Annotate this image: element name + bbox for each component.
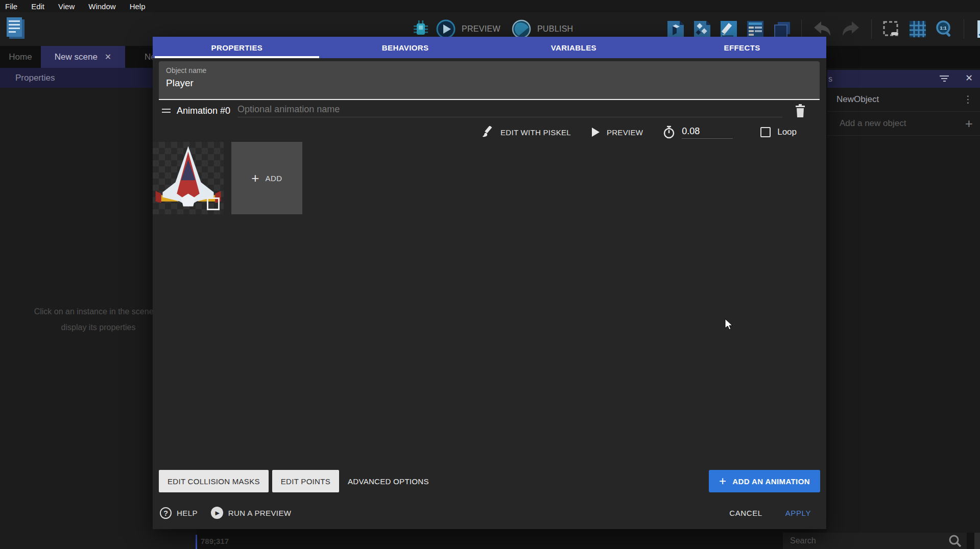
tab-close-icon[interactable]: ✕: [105, 52, 111, 62]
tab-variables[interactable]: VARIABLES: [490, 37, 658, 58]
toolbar-separator: [871, 19, 872, 39]
object-name-label: Object name: [166, 66, 812, 74]
animation-header-row: Animation #0 Optional animation name: [162, 102, 806, 119]
publish-globe-icon[interactable]: [512, 19, 531, 39]
loop-label: Loop: [777, 127, 797, 137]
tab-effects[interactable]: EFFECTS: [658, 37, 826, 58]
apply-button[interactable]: APPLY: [785, 509, 811, 517]
edit-points-button[interactable]: EDIT POINTS: [272, 470, 339, 492]
menu-window[interactable]: Window: [88, 2, 115, 11]
preview-label[interactable]: PREVIEW: [462, 24, 500, 34]
animation-frames-row: + ADD: [153, 142, 302, 214]
filter-icon[interactable]: [939, 74, 949, 83]
toolbar-right-group: 1:1: [666, 19, 980, 39]
add-frame-label: ADD: [266, 174, 282, 183]
debug-icon[interactable]: [412, 19, 430, 39]
menu-help[interactable]: Help: [130, 2, 146, 11]
animation-name-input[interactable]: Optional animation name: [237, 104, 782, 117]
app-window: File Edit View Window Help: [0, 0, 980, 549]
toolbar-center-group: PREVIEW PUBLISH: [412, 19, 573, 39]
redo-icon[interactable]: [841, 20, 861, 38]
search-placeholder: Search: [790, 536, 948, 545]
undo-icon[interactable]: [812, 20, 832, 38]
instances-icon[interactable]: [693, 20, 711, 38]
object-list-item[interactable]: NewObject ⋮: [827, 88, 980, 112]
dialog-footer: ? HELP ▶ RUN A PREVIEW CANCEL APPLY: [160, 500, 811, 526]
toolbar-separator: [964, 19, 964, 39]
plus-icon: +: [251, 173, 259, 183]
animation-controls-row: EDIT WITH PISKEL PREVIEW 0.08 Loop: [482, 122, 797, 142]
svg-text:1:1: 1:1: [940, 26, 946, 31]
search-box[interactable]: Search: [783, 533, 967, 549]
search-icon[interactable]: [948, 534, 962, 547]
objects-panel-header: s ✕: [827, 70, 980, 88]
edit-with-piskel-button[interactable]: EDIT WITH PISKEL: [500, 128, 571, 137]
object-name-field[interactable]: Object name Player: [159, 61, 820, 100]
plus-icon: +: [719, 476, 726, 486]
object-editor-dialog: PROPERTIES BEHAVIORS VARIABLES EFFECTS O…: [153, 37, 826, 529]
delete-animation-icon[interactable]: [795, 104, 806, 117]
edit-collision-masks-button[interactable]: EDIT COLLISION MASKS: [159, 470, 269, 492]
tab-home[interactable]: Home: [0, 46, 41, 68]
run-preview-icon[interactable]: ▶: [211, 507, 223, 519]
status-bar-edge: [974, 533, 980, 549]
loop-checkbox[interactable]: [760, 127, 771, 137]
add-an-animation-label: ADD AN ANIMATION: [732, 477, 810, 486]
play-icon: [591, 127, 600, 137]
frame-select-checkbox[interactable]: [207, 197, 220, 210]
animation-frame-thumbnail[interactable]: [153, 142, 224, 214]
object-name-label: NewObject: [836, 94, 879, 105]
cancel-button[interactable]: CANCEL: [729, 509, 762, 517]
zoom-1-1-icon[interactable]: 1:1: [935, 20, 953, 38]
help-button[interactable]: HELP: [177, 509, 198, 517]
publish-label[interactable]: PUBLISH: [537, 24, 573, 34]
status-bar: 789;317 Search: [197, 533, 980, 549]
new-object-icon[interactable]: [666, 20, 685, 38]
tab-behaviors[interactable]: BEHAVIORS: [321, 37, 490, 58]
add-an-animation-button[interactable]: + ADD AN ANIMATION: [709, 470, 820, 492]
help-icon[interactable]: ?: [160, 507, 172, 519]
add-new-object-row[interactable]: Add a new object +: [827, 112, 980, 136]
dialog-tab-bar: PROPERTIES BEHAVIORS VARIABLES EFFECTS: [153, 37, 826, 58]
plus-icon[interactable]: +: [965, 116, 973, 132]
properties-panel-title: Properties: [15, 73, 55, 83]
kebab-menu-icon[interactable]: ⋮: [963, 97, 973, 102]
cursor-coordinates: 789;317: [201, 537, 229, 545]
menu-edit[interactable]: Edit: [31, 2, 44, 11]
add-new-object-label: Add a new object: [840, 118, 906, 129]
close-panel-icon[interactable]: ✕: [965, 72, 973, 84]
object-name-value[interactable]: Player: [166, 78, 812, 89]
tab-home-label: Home: [9, 52, 32, 62]
tab-new-scene[interactable]: New scene ✕: [41, 46, 125, 68]
drag-handle-icon[interactable]: [162, 107, 171, 115]
advanced-options-button[interactable]: ADVANCED OPTIONS: [348, 477, 429, 486]
menu-bar: File Edit View Window Help: [0, 0, 980, 12]
dialog-actions-row: EDIT COLLISION MASKS EDIT POINTS ADVANCE…: [159, 469, 820, 493]
deselect-icon[interactable]: [882, 20, 900, 38]
menu-file[interactable]: File: [5, 2, 17, 11]
tab-properties[interactable]: PROPERTIES: [153, 37, 321, 58]
edit-scene-icon[interactable]: [720, 20, 738, 38]
preview-animation-button[interactable]: PREVIEW: [607, 128, 643, 137]
preview-play-icon[interactable]: [436, 19, 456, 39]
tab-new-scene-label: New scene: [55, 52, 98, 62]
layers-icon[interactable]: [773, 20, 791, 38]
run-a-preview-button[interactable]: RUN A PREVIEW: [228, 509, 292, 517]
time-between-frames-input[interactable]: 0.08: [682, 126, 733, 139]
grid-icon[interactable]: [909, 20, 927, 38]
menu-view[interactable]: View: [58, 2, 75, 11]
animation-title: Animation #0: [177, 106, 230, 116]
status-accent-bar: [196, 535, 197, 549]
project-manager-icon[interactable]: [5, 16, 27, 41]
mouse-cursor: [725, 318, 733, 333]
timer-icon: [663, 126, 675, 139]
events-list-icon[interactable]: [746, 20, 764, 38]
brush-icon: [482, 126, 494, 138]
objects-panel: s ✕ NewObject ⋮ Add a new object +: [827, 70, 980, 533]
objects-panel-title-fragment: s: [828, 74, 832, 84]
settings-wrench-icon[interactable]: [974, 19, 980, 39]
toolbar-separator: [801, 19, 802, 39]
add-frame-button[interactable]: + ADD: [231, 142, 302, 214]
